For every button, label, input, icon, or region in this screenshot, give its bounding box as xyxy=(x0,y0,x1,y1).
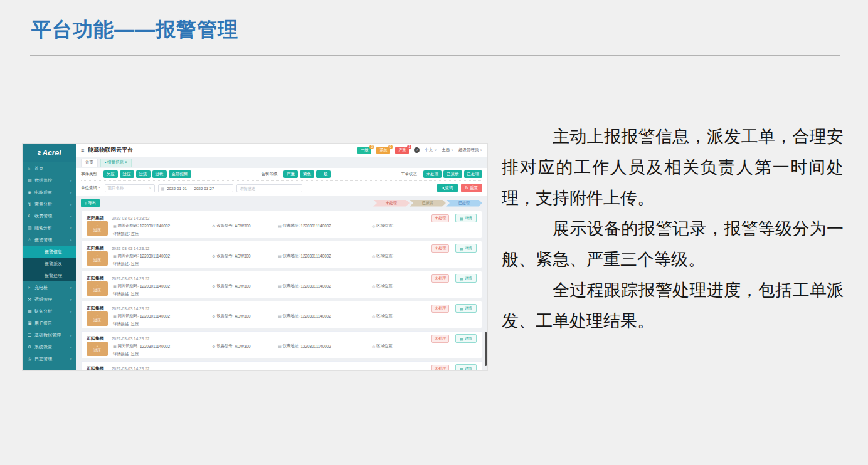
document-icon: ▤ xyxy=(460,306,463,311)
title-divider xyxy=(30,55,840,56)
sidebar-item[interactable]: ⚡ 充电桩 ∨ xyxy=(23,281,76,293)
sidebar-item[interactable]: ◉ 电能质量 ∨ xyxy=(23,186,76,198)
alarm-level-badge-label: 一般 xyxy=(361,148,368,152)
chevron-down-icon: ∨ xyxy=(451,148,453,152)
search-icon xyxy=(442,187,444,189)
sidebar-item-icon: ◉ xyxy=(28,190,34,195)
sidebar-item[interactable]: ◷ 日志管理 ∨ xyxy=(23,353,76,365)
detail-button[interactable]: ▤详情 xyxy=(455,304,477,313)
sidebar-item[interactable]: ▥ 能耗分析 ∨ xyxy=(23,222,76,234)
document-icon: ▤ xyxy=(460,246,463,251)
event-type-option-button[interactable]: 全部报警 xyxy=(169,170,191,178)
query-button[interactable]: 查询 xyxy=(437,184,458,192)
alarm-level-badge-label: 严重 xyxy=(398,148,406,152)
status-badge: 未处理 xyxy=(431,244,449,253)
alarm-level-option-button[interactable]: 严重 xyxy=(283,170,298,178)
company-name: 正阳集团 xyxy=(87,305,104,311)
alarm-count-badge: 1 xyxy=(407,145,411,149)
alarm-level-option-button[interactable]: 紧急 xyxy=(300,170,314,178)
gateway-value: 12203011140002 xyxy=(140,224,170,228)
language-dropdown[interactable]: 中文∨ xyxy=(425,147,437,153)
filter-row-1: 事件类型： 欠压过压过流过载全部报警 告警等级： 严重紧急一般 工单状态： 未处… xyxy=(81,170,482,181)
app-header: ≡ 能源物联网云平台 一般 0 紧急 0 xyxy=(76,144,487,157)
alarm-level-option-button[interactable]: 一般 xyxy=(316,170,331,178)
user-label: 超级管理员 xyxy=(458,147,479,152)
sidebar-item[interactable]: ⌂ 首页 xyxy=(23,162,76,174)
alarm-row-list: 正阳集团 2022-03-03 14:23:52 未处理 ▤详情 • 过压 xyxy=(81,211,482,370)
description-value: 过压 xyxy=(131,261,139,266)
sidebar-item[interactable]: 报警处理 xyxy=(23,269,76,281)
scrollbar-thumb[interactable] xyxy=(485,332,487,366)
sidebar-item[interactable]: ↯ 需量分析 ∨ xyxy=(23,198,76,210)
gateway-value: 12203011140002 xyxy=(140,344,170,348)
sidebar-item[interactable]: ▦ 财务分析 ∨ xyxy=(23,305,76,317)
detail-button[interactable]: ▤详情 xyxy=(455,244,477,253)
help-icon[interactable]: ? xyxy=(414,147,420,153)
alarm-row-fields: ▦网关识别码:12203011140002 ⚙设备型号:ADW300 ▤仪表地址… xyxy=(113,223,394,229)
detail-button[interactable]: ▤详情 xyxy=(455,214,477,222)
sidebar-item[interactable]: ▣ 用户报告 xyxy=(23,317,76,329)
sidebar-item[interactable]: ▤ 数据监控 ∨ xyxy=(23,174,76,186)
sidebar-item[interactable]: ⚠ 报警管理 ∧ xyxy=(23,234,76,246)
document-icon: ▤ xyxy=(460,367,463,371)
alarm-level-badge[interactable]: 一般 0 xyxy=(357,147,371,154)
status-legend-step: 已派发 xyxy=(410,200,446,207)
gateway-value: 12203011140002 xyxy=(140,284,170,288)
location-icon: ◎ xyxy=(372,254,375,258)
order-status-option-button[interactable]: 已派发 xyxy=(443,170,462,178)
date-range-picker[interactable]: ▦ 2022-01-01 ~ 2022-03-27 xyxy=(158,184,233,192)
company-name: 正阳集团 xyxy=(87,335,104,342)
export-button[interactable]: ↑导出 xyxy=(81,199,100,207)
detail-button[interactable]: ▤详情 xyxy=(455,274,477,283)
reset-button[interactable]: ↻重置 xyxy=(461,184,482,192)
event-type-option-button[interactable]: 过流 xyxy=(136,170,151,178)
chevron-icon: ∨ xyxy=(70,357,72,361)
sidebar-item[interactable]: ¥ 收费管理 ∨ xyxy=(23,210,76,222)
sidebar-item[interactable]: 报警信息 xyxy=(23,246,76,258)
alarm-level-badge[interactable]: 紧急 0 xyxy=(376,147,390,154)
detail-button-label: 详情 xyxy=(465,336,472,342)
user-dropdown[interactable]: 超级管理员∨ xyxy=(458,147,482,153)
description-text: 主动上报报警信息，派发工单，合理安排对应的工作人员及相关负责人第一时间处理，支持… xyxy=(502,122,844,337)
chevron-icon: ∨ xyxy=(70,191,72,194)
gear-icon: ⚙ xyxy=(212,314,215,318)
alarm-timestamp: 2022-03-03 14:23:52 xyxy=(112,367,149,371)
description-paragraph: 展示设备的报警记录，报警等级分为一般、紧急、严重三个等级。 xyxy=(502,214,844,275)
hamburger-icon[interactable]: ≡ xyxy=(81,147,84,154)
detail-button[interactable]: ▤详情 xyxy=(455,334,477,343)
detail-description-input[interactable] xyxy=(236,184,302,192)
alarm-level-badge[interactable]: 严重 1 xyxy=(395,147,409,154)
sidebar-item[interactable]: 报警派发 xyxy=(23,258,76,269)
model-label: 设备型号: xyxy=(216,253,233,259)
sidebar-item[interactable]: ☰ 基础数据管理 ∨ xyxy=(23,329,76,341)
alarm-description: 详情描述: 过压 xyxy=(113,231,139,237)
location-icon: ◎ xyxy=(372,314,375,318)
sidebar-item-icon: ⚠ xyxy=(28,238,34,243)
tab-close-icon[interactable]: × xyxy=(125,160,127,164)
alarm-row-fields: ▦网关识别码:12203011140002 ⚙设备型号:ADW300 ▤仪表地址… xyxy=(113,283,394,289)
order-status-option-button[interactable]: 未处理 xyxy=(423,170,442,178)
sidebar-item-label: 财务分析 xyxy=(34,308,52,315)
status-badge: 未处理 xyxy=(431,214,449,222)
area-label: 区域位置: xyxy=(376,343,393,349)
tab[interactable]: • 报警信息 × xyxy=(100,159,132,167)
chevron-icon: ∨ xyxy=(70,286,72,290)
sidebar-item[interactable]: ⚙ 系统设置 ∨ xyxy=(23,341,76,353)
theme-dropdown[interactable]: 主题∨ xyxy=(442,147,453,153)
order-status-option-button[interactable]: 已处理 xyxy=(464,170,483,178)
project-name-select[interactable]: 项目名称 ∨ xyxy=(105,184,155,192)
gateway-label: 网关识别码: xyxy=(118,253,139,259)
gateway-icon: ▦ xyxy=(113,224,117,228)
event-type-option-button[interactable]: 过载 xyxy=(152,170,167,178)
event-type-option-button[interactable]: 欠压 xyxy=(103,170,118,178)
status-legend-step: 已处理 xyxy=(446,200,482,207)
alarm-row-actions: 未处理 ▤详情 xyxy=(431,274,477,283)
gateway-icon: ▦ xyxy=(113,314,117,318)
sidebar-item-label: 收费管理 xyxy=(34,213,52,219)
document-icon: ▤ xyxy=(460,337,463,341)
alarm-row: 正阳集团 2022-03-03 14:23:52 未处理 ▤详情 • 过压 xyxy=(81,331,482,358)
sidebar-item[interactable]: ⚒ 运维管理 ∨ xyxy=(23,293,76,305)
detail-button[interactable]: ▤详情 xyxy=(455,364,477,370)
event-type-option-button[interactable]: 过压 xyxy=(120,170,134,178)
tab[interactable]: 首页 xyxy=(81,159,98,167)
